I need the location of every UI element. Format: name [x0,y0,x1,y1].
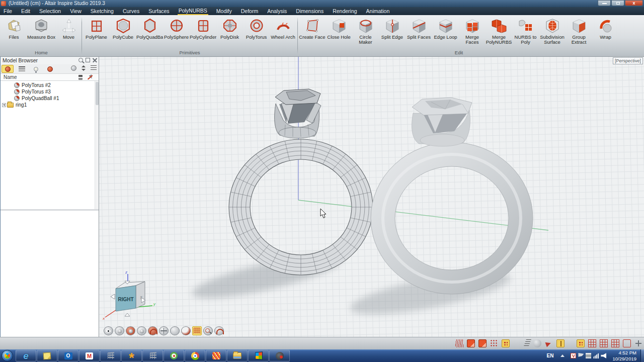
browser-tab-poly-tab[interactable] [2,65,14,73]
camera-lens-icon[interactable] [137,326,146,335]
tree-item-polytorus-2[interactable]: PolyTorus #2 [1,82,99,88]
tray-signal-icon[interactable] [593,353,599,358]
browser-tab-bulb[interactable] [30,65,42,73]
snap-grid-c-icon[interactable] [600,339,608,347]
expand-plus-icon[interactable] [2,103,6,107]
minimize-button[interactable] [598,0,611,6]
scrollbar-thumb[interactable] [96,82,99,105]
surface-waves-icon[interactable] [455,339,463,347]
axis-snap-icon[interactable] [556,339,565,347]
ribbon-polyquadball-button[interactable]: PolyQuadBall [136,17,163,46]
taskbar-sticky-notes[interactable] [37,350,57,361]
perspective-view-label[interactable]: [Perspective] [613,57,643,64]
menu-rendering[interactable]: Rendering [332,8,358,15]
snap-grid-b-icon[interactable] [588,339,596,347]
solid-ring-object[interactable] [371,98,533,294]
ribbon-nurbs-to-poly-button[interactable]: NURBS to Poly [512,17,539,46]
ribbon-polycylinder-button[interactable]: PolyCylinder [190,17,216,46]
ribbon-split-edge-button[interactable]: Split Edge [379,17,406,46]
menu-sketching[interactable]: Sketching [90,8,115,15]
menu-animation[interactable]: Animation [365,8,391,15]
ribbon-polysphere-button[interactable]: PolySphere [163,17,190,46]
viewport-canvas[interactable]: RIGHT left z x y [Perspective] [99,57,644,337]
sphereg-icon[interactable] [71,65,76,71]
taskbar-explorer[interactable] [227,350,248,361]
taskbar-windows-logo[interactable] [248,350,269,361]
shaded-sphere-icon[interactable] [170,326,180,335]
ribbon-polycube-button[interactable]: PolyCube [110,17,136,46]
taskbar-green-app[interactable] [164,350,184,361]
taskbar-chrome[interactable] [185,350,205,361]
ribbon-move-button[interactable]: Move [57,17,80,46]
tree-item-ring1[interactable]: ring1 [1,102,99,108]
snap-plus-icon[interactable] [634,339,642,347]
ribbon-edge-loop-button[interactable]: Edge Loop [432,17,459,46]
grid-toggle-icon[interactable] [192,326,202,335]
ribbon-wrap-button[interactable]: Wrap [592,17,619,46]
menu-file[interactable]: File [3,8,13,15]
ribbon-polytorus-button[interactable]: PolyTorus [243,17,270,46]
tree-item-polyquadball-1[interactable]: PolyQuadBall #1 [1,95,99,102]
browser-tab-redball[interactable] [44,65,56,73]
browser-tab-layers[interactable] [16,65,28,73]
tray-flag-icon[interactable] [578,353,584,358]
fit-view-icon[interactable] [104,326,113,335]
ribbon-merge-polynurbs-button[interactable]: Merge PolyNURBS [486,17,512,46]
ribbon-group-extract-button[interactable]: Group Extract [566,17,592,46]
zoom-region-icon[interactable] [203,326,213,335]
menu-polynurbs[interactable]: PolyNURBS [178,7,208,15]
menu-view[interactable]: View [69,8,83,15]
ribbon-merge-faces-button[interactable]: Merge Faces [459,17,486,46]
rotate-left-arrow[interactable] [111,294,115,299]
visibility-column-icon[interactable] [78,75,83,80]
taskbar-gmail[interactable]: M [79,350,100,361]
wire-globe-icon[interactable] [159,326,169,335]
clock[interactable]: 4:52 PM 10/29/2019 [612,350,636,361]
scene-3d[interactable]: RIGHT left z x y [99,57,644,337]
maximize-panel-icon[interactable] [86,58,90,62]
restore-button[interactable] [611,0,624,6]
ribbon-create-face-button[interactable]: Create Face [299,17,326,46]
close-button[interactable]: x [625,0,643,6]
no-select-icon[interactable] [88,75,93,80]
ribbon-wheel-arch-button[interactable]: Wheel Arch [270,17,296,46]
taskbar-win-grid-1[interactable] [100,350,121,361]
taskbar-flower[interactable]: * [121,350,142,361]
show-hidden-icons-arrow[interactable] [560,354,565,357]
panel-splitter[interactable] [1,209,99,211]
normal-arrow-icon[interactable] [545,339,553,347]
ribbon-files-button[interactable]: Files [2,17,26,46]
spin-icon[interactable] [82,65,86,71]
ribbon-close-hole-button[interactable]: Close Hole [326,17,352,46]
snap-points-icon[interactable] [502,339,510,347]
close-panel-icon[interactable] [93,58,97,62]
language-indicator[interactable]: EN [547,353,554,358]
menu-edit[interactable]: Edit [20,8,31,15]
tray-v-icon[interactable]: V [571,353,576,358]
menu-dimensions[interactable]: Dimensions [295,8,325,15]
rotate-view-icon[interactable] [214,326,224,335]
solid-crown[interactable] [412,98,472,146]
dot-grid-icon[interactable] [490,339,498,347]
start-button[interactable] [2,350,13,361]
camera-render-icon[interactable] [126,326,135,335]
ribbon-split-faces-button[interactable]: Split Faces [406,17,432,46]
menu-surfaces[interactable]: Surfaces [147,8,170,15]
snap-window-icon[interactable] [623,339,631,347]
viewcube-side-face[interactable] [136,282,145,308]
ribbon-subdivision-surface-button[interactable]: Subdivision Surface [539,17,566,46]
curvature-icon[interactable] [523,339,531,347]
stamp-a-icon[interactable] [467,339,475,347]
sphere-display-icon[interactable] [533,339,541,347]
select-hand-icon[interactable] [148,326,157,335]
wireframe-ring-object[interactable] [229,89,373,275]
search-icon[interactable] [78,58,83,62]
view-cube[interactable]: RIGHT left z x y [102,270,156,321]
menu-analysis[interactable]: Analysis [266,8,288,15]
tree-scrollbar[interactable] [95,81,99,209]
snap-grid-d-icon[interactable] [611,339,619,347]
camera-standard-icon[interactable] [115,326,124,335]
ribbon-measure-box-button[interactable]: Measure Box [26,17,57,46]
taskbar-outlook[interactable]: O [58,350,78,361]
material-sphere-icon[interactable] [181,326,191,335]
